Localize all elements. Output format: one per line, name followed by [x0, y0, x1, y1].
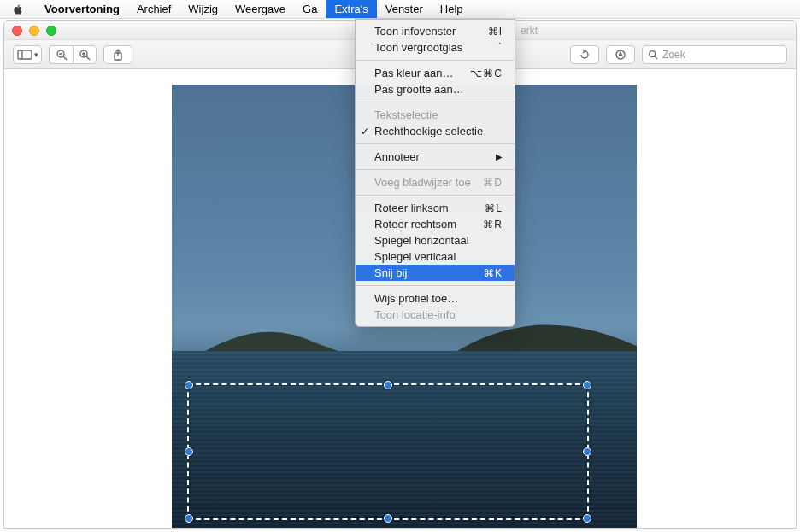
handle-w[interactable]: [185, 447, 193, 456]
menu-shortcut: `: [498, 42, 503, 54]
menu-shortcut: ⌘K: [484, 267, 503, 279]
menu-separator: [356, 169, 515, 170]
view-mode-button[interactable]: ▾: [13, 45, 42, 64]
zoom-in-button[interactable]: [73, 45, 97, 64]
menu-shortcut: ⌘R: [483, 219, 503, 231]
menu-item-label: Wijs profiel toe…: [374, 292, 458, 305]
menu-item-pas-grootte-aan[interactable]: Pas grootte aan…: [356, 81, 515, 97]
menu-item-pas-kleur-aan[interactable]: Pas kleur aan…⌥⌘C: [356, 65, 515, 81]
menu-item-label: Voeg bladwijzer toe: [374, 176, 471, 189]
zoom-group: [49, 45, 97, 64]
menubar-weergave[interactable]: Weergave: [226, 0, 294, 18]
maximize-button[interactable]: [46, 26, 56, 36]
menu-item-spiegel-verticaal[interactable]: Spiegel verticaal: [356, 248, 515, 265]
menu-shortcut: ⌘L: [485, 202, 503, 214]
menu-item-toon-vergrootglas[interactable]: Toon vergrootglas`: [356, 39, 515, 56]
menu-item-label: Spiegel verticaal: [374, 250, 456, 263]
menubar-help[interactable]: Help: [432, 0, 472, 18]
menu-separator: [356, 102, 515, 102]
zoom-in-icon: [79, 49, 91, 61]
markup-icon: [615, 49, 626, 61]
sidebar-icon: [17, 50, 32, 60]
share-icon: [113, 49, 123, 61]
window-controls: [12, 26, 56, 36]
svg-point-12: [650, 50, 656, 56]
menu-item-label: Toon vergrootglas: [374, 41, 462, 54]
menu-item-wijs-profiel-toe[interactable]: Wijs profiel toe…: [356, 290, 515, 307]
handle-e[interactable]: [583, 447, 591, 456]
chevron-down-icon: ▾: [34, 50, 38, 59]
search-field[interactable]: Zoek: [642, 45, 787, 64]
menu-item-toon-locatie-info: Toon locatie-info: [356, 307, 515, 323]
menu-item-annoteer[interactable]: Annoteer▶: [356, 149, 515, 165]
svg-line-3: [63, 56, 67, 60]
menubar-app[interactable]: Voorvertoning: [36, 0, 128, 18]
svg-rect-0: [18, 50, 32, 59]
menubar-extras[interactable]: Extra's: [326, 0, 376, 18]
menu-item-label: Toon locatie-info: [374, 308, 456, 321]
close-button[interactable]: [12, 26, 22, 36]
menu-item-spiegel-horizontaal[interactable]: Spiegel horizontaal: [356, 232, 515, 248]
menu-item-roteer-linksom[interactable]: Roteer linksom⌘L: [356, 200, 515, 216]
menu-item-voeg-bladwijzer-toe: Voeg bladwijzer toe⌘D: [356, 174, 515, 190]
zoom-out-icon: [56, 49, 68, 61]
minimize-button[interactable]: [29, 26, 39, 36]
rotate-button[interactable]: [570, 45, 599, 64]
zoom-out-button[interactable]: [49, 45, 73, 64]
menu-item-label: Snij bij: [374, 266, 407, 279]
menu-shortcut: ⌥⌘C: [470, 67, 503, 79]
menu-item-tekstselectie: Tekstselectie: [356, 107, 515, 123]
menu-item-toon-infovenster[interactable]: Toon infovenster⌘I: [356, 23, 515, 39]
menu-item-snij-bij[interactable]: Snij bij⌘K: [356, 265, 515, 281]
extras-menu: Toon infovenster⌘IToon vergrootglas`Pas …: [355, 19, 515, 327]
apple-menu-icon[interactable]: [12, 3, 24, 15]
menu-item-label: Toon infovenster: [374, 25, 456, 38]
menubar-wijzig[interactable]: Wijzig: [179, 0, 226, 18]
handle-nw[interactable]: [185, 381, 193, 389]
menu-item-label: Pas grootte aan…: [374, 83, 464, 96]
menu-separator: [356, 60, 515, 61]
menubar-archief[interactable]: Archief: [128, 0, 179, 18]
menu-item-rechthoekige-selectie[interactable]: ✓Rechthoekige selectie: [356, 123, 515, 139]
menu-separator: [356, 285, 515, 286]
submenu-arrow-icon: ▶: [496, 152, 503, 161]
menu-item-label: Rechthoekige selectie: [374, 125, 483, 137]
handle-s[interactable]: [384, 514, 392, 523]
check-icon: ✓: [361, 126, 369, 137]
menu-item-label: Roteer rechtsom: [374, 218, 456, 231]
search-placeholder: Zoek: [662, 49, 685, 61]
menu-shortcut: ⌘D: [483, 177, 503, 189]
handle-se[interactable]: [583, 514, 591, 523]
menubar: Voorvertoning Archief Wijzig Weergave Ga…: [0, 0, 800, 19]
menu-item-label: Annoteer: [374, 150, 420, 163]
menu-separator: [356, 143, 515, 144]
selection-rectangle[interactable]: [187, 383, 589, 520]
menu-item-label: Pas kleur aan…: [374, 67, 454, 79]
handle-n[interactable]: [384, 381, 392, 389]
menubar-venster[interactable]: Venster: [377, 0, 432, 18]
markup-button[interactable]: [606, 45, 635, 64]
menu-item-label: Tekstselectie: [374, 108, 438, 121]
share-button[interactable]: [103, 45, 132, 64]
rotate-icon: [579, 49, 591, 61]
menu-shortcut: ⌘I: [488, 26, 503, 38]
title-suffix: erkt: [521, 25, 538, 37]
menu-item-label: Spiegel horizontaal: [374, 234, 469, 247]
menu-separator: [356, 195, 515, 196]
svg-line-6: [86, 56, 90, 60]
menu-item-label: Roteer linksom: [374, 202, 449, 214]
svg-line-13: [655, 56, 657, 58]
handle-ne[interactable]: [583, 381, 591, 389]
search-icon: [648, 50, 658, 60]
menubar-ga[interactable]: Ga: [294, 0, 326, 18]
menu-item-roteer-rechtsom[interactable]: Roteer rechtsom⌘R: [356, 216, 515, 232]
handle-sw[interactable]: [185, 514, 193, 523]
